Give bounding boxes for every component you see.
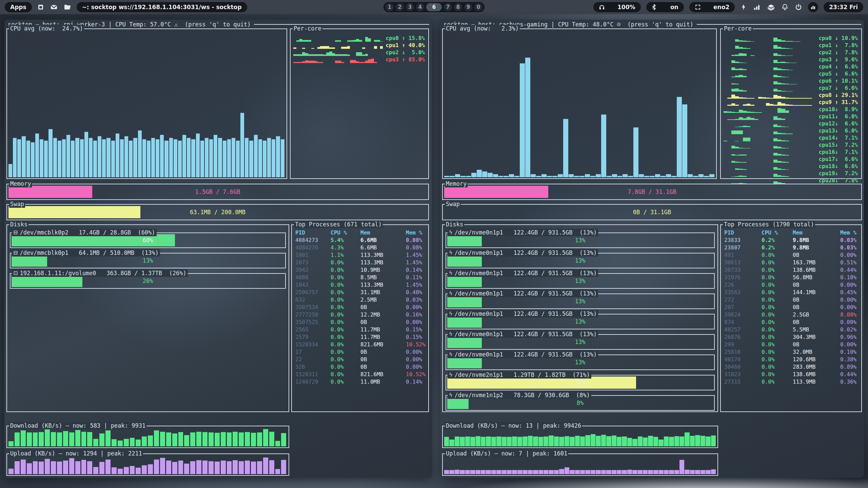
workspace-button-8[interactable]: 8 bbox=[454, 3, 462, 11]
mail-icon[interactable] bbox=[50, 4, 58, 11]
volume-indicator[interactable]: 100% bbox=[593, 2, 641, 12]
workspace-button-1[interactable]: 1 bbox=[386, 3, 394, 11]
core-label: cpu1 ↑ 40.0% bbox=[386, 42, 425, 49]
chart-bar bbox=[129, 141, 133, 177]
process-cell: 0.44% bbox=[840, 371, 859, 378]
apps-button[interactable]: Apps bbox=[5, 2, 32, 12]
chart-bar bbox=[739, 169, 743, 170]
terminal-window-left[interactable]: socktop — host: rpi-worker-3 | CPU Temp:… bbox=[4, 20, 432, 478]
chart-bar bbox=[735, 176, 739, 177]
power-icon[interactable] bbox=[794, 4, 803, 11]
disk-title: ϟ/dev/nvme0n1p1 122.4GB / 931.5GB (13%) bbox=[448, 269, 598, 277]
process-cell: 0B bbox=[793, 319, 840, 326]
chart-bar bbox=[227, 432, 232, 446]
disks-panel: Disks ϟ/dev/nvme0n1p1 122.4GB / 931.5GB … bbox=[442, 224, 718, 412]
chart-bar bbox=[350, 60, 353, 63]
process-cell: 0.11% bbox=[406, 274, 426, 281]
process-cell: 0.2% bbox=[762, 237, 793, 244]
chart-bar bbox=[785, 162, 789, 163]
process-cell: 120.6MB bbox=[793, 356, 840, 363]
panel-title: Upload (KB/s) — now: 1294 | peak: 2211 bbox=[9, 450, 143, 457]
bluetooth-indicator[interactable]: on bbox=[646, 2, 684, 12]
chart-bar bbox=[773, 45, 777, 49]
chart-bar bbox=[781, 133, 785, 134]
chart-bar bbox=[93, 439, 98, 446]
workspace-button-7[interactable]: 7 bbox=[444, 3, 452, 11]
chart-bar bbox=[698, 174, 704, 177]
layers-icon[interactable] bbox=[767, 4, 775, 11]
process-cell: 0.00% bbox=[840, 319, 859, 326]
disk-title: ϟ/dev/nvme0n1p1 122.4GB / 931.5GB (13%) bbox=[448, 330, 598, 338]
process-cell: 3507534 bbox=[295, 304, 331, 311]
process-cell: 9.8MB bbox=[793, 244, 840, 251]
core-row: cpu2 ↓ 7.8% bbox=[724, 49, 858, 56]
process-cell: 0.00% bbox=[406, 348, 426, 356]
core-sparkline bbox=[724, 114, 816, 120]
process-cell: 0.40% bbox=[406, 289, 426, 296]
chart-bar bbox=[233, 432, 238, 446]
process-cell: 0.0% bbox=[331, 319, 360, 326]
chart-bar bbox=[735, 168, 739, 170]
process-cell: 326 bbox=[295, 363, 331, 371]
process-cell: 4.3% bbox=[331, 244, 360, 251]
chart-bar bbox=[335, 54, 338, 56]
workspace-button-0[interactable]: 0 bbox=[474, 3, 482, 11]
chart-bar bbox=[51, 432, 56, 446]
chart-bar bbox=[773, 167, 777, 170]
chart-bar bbox=[335, 40, 338, 42]
core-row: cpu6 ↑ 10.1% bbox=[724, 77, 858, 84]
chart-bar bbox=[99, 433, 104, 446]
core-sparkline bbox=[724, 64, 816, 70]
chart-bar bbox=[71, 141, 75, 177]
disk-item: ϟ/dev/nvme2n1p1 1.29TB / 1.82TB (71%)71% bbox=[446, 375, 715, 390]
process-cell: 0.44% bbox=[840, 266, 859, 274]
chart-bar bbox=[789, 134, 793, 134]
chart-bar bbox=[45, 459, 50, 474]
workspace-button-4[interactable]: 4 bbox=[416, 3, 424, 11]
chart-bar bbox=[368, 38, 371, 42]
workspace-button-3[interactable]: 3 bbox=[406, 3, 414, 11]
folder-icon[interactable] bbox=[63, 4, 72, 11]
chart-bar bbox=[338, 40, 341, 42]
core-label: cpu14↓ 7.1% bbox=[818, 135, 858, 141]
activity-monitor-icon[interactable] bbox=[808, 2, 818, 12]
nas-icon: ⊡ bbox=[13, 269, 18, 277]
disk-title: ϟ/dev/nvme0n1p1 122.4GB / 931.5GB (13%) bbox=[448, 310, 598, 318]
chart-bar bbox=[793, 98, 796, 99]
terminal-window-right[interactable]: socktop — host: cachyos-gaming | CPU Tem… bbox=[440, 20, 864, 478]
panel-title: Download (KB/s) — now: 13 | peak: 99426 bbox=[445, 422, 582, 429]
signal-bars-icon[interactable] bbox=[752, 4, 761, 11]
chart-bar bbox=[323, 55, 326, 56]
process-cell: 0.00% bbox=[840, 281, 859, 289]
swap-panel: Swap 0B / 31.1GB bbox=[442, 204, 862, 220]
chart-bar bbox=[727, 111, 731, 113]
chart-bar bbox=[565, 436, 569, 446]
process-cell: 0B bbox=[793, 251, 840, 259]
workspace-button-9[interactable]: 9 bbox=[464, 3, 472, 11]
chart-bar bbox=[701, 436, 705, 446]
chart-bar bbox=[371, 59, 374, 63]
chart-bar bbox=[777, 76, 781, 77]
window-icon[interactable] bbox=[37, 4, 45, 11]
process-cell: 0.0% bbox=[762, 289, 793, 296]
disk-item: ϟ/dev/nvme0n1p1 122.4GB / 931.5GB (13%)1… bbox=[446, 314, 715, 329]
workspace-button-2[interactable]: 2 bbox=[396, 3, 404, 11]
clock[interactable]: 23:32 Fri bbox=[824, 2, 863, 12]
power-profile-icon[interactable] bbox=[740, 4, 747, 11]
network-indicator[interactable]: eno2 bbox=[689, 2, 735, 12]
network-name: eno2 bbox=[713, 4, 729, 11]
window-title[interactable]: ~: socktop ws://192.168.1.104:3031/ws - … bbox=[77, 2, 247, 12]
chart-bar bbox=[781, 119, 785, 120]
chart-bar bbox=[785, 134, 789, 134]
bell-icon[interactable] bbox=[781, 4, 789, 11]
workspace-button-6[interactable]: 6 bbox=[426, 3, 442, 11]
chart-bar bbox=[743, 76, 747, 77]
chart-bar bbox=[580, 470, 585, 474]
chart-bar bbox=[777, 168, 781, 170]
chart-bar bbox=[549, 435, 553, 446]
chart-bar bbox=[293, 62, 296, 63]
chart-bar bbox=[789, 98, 793, 99]
process-cell: 0.0% bbox=[762, 319, 793, 326]
chart-bar bbox=[512, 470, 517, 474]
chart-bar bbox=[797, 105, 801, 106]
